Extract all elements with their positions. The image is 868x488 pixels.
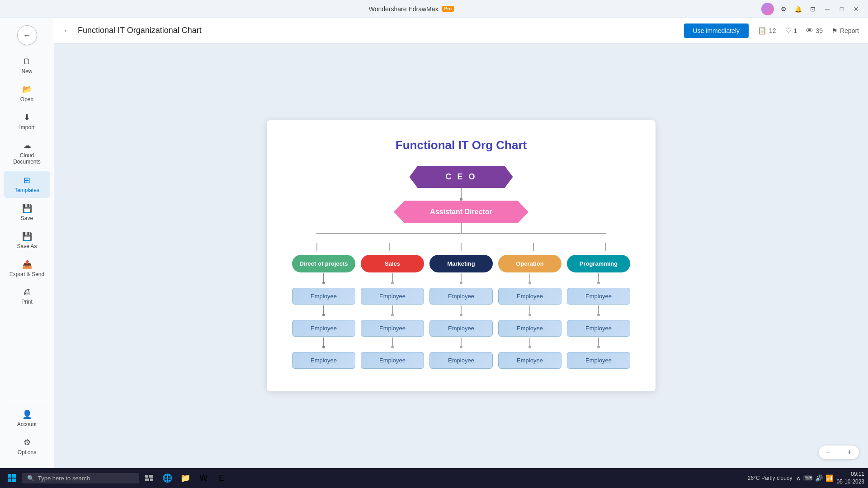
sidebar-item-open[interactable]: 📂 Open [4,80,50,107]
taskbar-right: 26°C Partly cloudy ∧ ⌨ 🔊 📶 09:11 05-10-2… [748,470,864,486]
svg-rect-3 [12,479,16,482]
title-bar: Wondershare EdrawMax Pro ⚙ 🔔 ⊡ ─ □ ✕ [0,0,868,18]
dept-node-4: Programming [567,255,630,272]
print-icon: 🖨 [23,287,31,297]
emp-node-r1-3: Employee [498,288,561,305]
emp-row-3: Employee Employee Employee Employee Empl… [292,352,630,369]
report-button[interactable]: ⚑ Report [832,27,859,34]
open-icon: 📂 [22,84,32,94]
connector-ceo-ad [461,188,462,198]
title-bar-center: Wondershare EdrawMax Pro [369,5,454,13]
report-icon: ⚑ [832,27,838,34]
emp-node-r3-2: Employee [429,352,493,369]
dept-node-1: Sales [361,255,424,272]
dept-vlines [316,233,606,251]
sidebar-item-templates[interactable]: ⊞ Templates [4,171,50,198]
sidebar-item-options[interactable]: ⚙ Options [4,433,50,460]
sys-icons: ∧ ⌨ 🔊 📶 [796,474,833,482]
volume-icon[interactable]: 🔊 [815,474,823,482]
minimize-button[interactable]: ─ [823,5,832,14]
avatar [761,3,774,15]
close-button[interactable]: ✕ [852,5,861,14]
sidebar-label-print: Print [21,299,33,305]
network-icon[interactable]: 📶 [826,474,833,482]
svg-rect-6 [145,479,149,481]
emp-node-r2-1: Employee [361,320,424,337]
emp-node-r2-2: Employee [429,320,493,337]
sidebar-divider [5,401,48,401]
copies-count: 12 [769,27,776,34]
dept-node-3: Operation [498,255,561,272]
emp-row-2: Employee Employee Employee Employee Empl… [292,320,630,337]
taskbar-clock: 09:11 05-10-2023 [837,470,864,486]
edrawmax-button[interactable]: E [213,470,230,486]
dept-label-1: Sales [385,260,400,267]
settings-icon[interactable]: ⚙ [779,5,788,14]
sidebar: ← 🗋 New 📂 Open ⬇ Import ☁ Cloud Document… [0,18,54,468]
zoom-in-button[interactable]: + [848,448,852,456]
ad-level: Assistant Director [394,201,528,223]
page-title: Functional IT Organizational Chart [78,26,677,35]
sidebar-back: ← [0,25,54,45]
svg-rect-5 [149,475,153,478]
use-immediately-button[interactable]: Use immediately [684,23,749,38]
sidebar-item-save[interactable]: 💾 Save [4,199,50,226]
sidebar-item-saveas[interactable]: 💾 Save As [4,227,50,254]
taskbar-search-bar[interactable]: 🔍 Type here to search [22,473,139,483]
share-icon[interactable]: ⊡ [808,5,817,14]
emp-node-r3-3: Employee [498,352,561,369]
emp-node-r2-4: Employee [567,320,630,337]
view-icon: 👁 [806,27,813,35]
dept-label-0: Direct of projects [300,260,348,267]
zoom-out-button[interactable]: − [826,448,830,456]
notification-icon[interactable]: 🔔 [794,5,803,14]
sidebar-item-export[interactable]: 📤 Export & Send [4,255,50,282]
explorer-button[interactable]: 📁 [177,470,193,486]
ad-node: Assistant Director [394,201,528,223]
header-back-arrow[interactable]: ← [63,27,71,35]
emp-node-r3-4: Employee [567,352,630,369]
sidebar-item-print[interactable]: 🖨 Print [4,283,50,310]
svg-rect-1 [12,474,16,478]
dept-connector [285,223,637,251]
departments-row: Direct of projects Sales Marketing Opera… [292,255,630,272]
sidebar-item-new[interactable]: 🗋 New [4,52,50,79]
chart-container: Functional IT Org Chart C E O Assistant … [267,120,656,391]
ceo-node: C E O [409,166,513,188]
emp-node-r2-3: Employee [498,320,561,337]
chevron-icon[interactable]: ∧ [796,474,801,482]
search-placeholder: Type here to search [38,475,90,482]
clock-time: 09:11 [837,470,864,478]
ceo-level: C E O [409,166,513,188]
edge-button[interactable]: 🌐 [159,470,175,486]
cloud-icon: ☁ [23,141,31,150]
header-bar: ← Functional IT Organizational Chart Use… [54,18,868,43]
templates-icon: ⊞ [24,175,30,185]
vline-dept-1 [389,243,390,251]
emp-row3-connectors [292,338,630,348]
sidebar-item-account[interactable]: 👤 Account [4,405,50,432]
sidebar-label-new: New [21,68,32,75]
sidebar-item-import[interactable]: ⬇ Import [4,108,50,135]
sidebar-label-export: Export & Send [9,271,44,277]
copies-icon: 📋 [758,26,767,35]
sidebar-label-save: Save [21,215,33,221]
dept-node-0: Direct of projects [292,255,355,272]
clock-date: 05-10-2023 [837,478,864,486]
maximize-button[interactable]: □ [837,5,846,14]
back-button[interactable]: ← [17,25,37,45]
emp-node-r1-4: Employee [567,288,630,305]
sidebar-item-cloud[interactable]: ☁ Cloud Documents [4,136,50,170]
emp-node-r3-1: Employee [361,352,424,369]
task-view-button[interactable] [141,470,157,486]
keyboard-icon[interactable]: ⌨ [803,474,812,482]
app-name: Wondershare EdrawMax [369,5,439,13]
word-button[interactable]: W [195,470,212,486]
emp-node-r1-0: Employee [292,288,355,305]
start-button[interactable] [4,470,20,486]
account-icon: 👤 [22,409,32,419]
zoom-value: — [836,449,842,456]
emp-row1-connectors [292,273,630,284]
svg-rect-4 [145,475,148,478]
views-count: 39 [816,27,823,34]
